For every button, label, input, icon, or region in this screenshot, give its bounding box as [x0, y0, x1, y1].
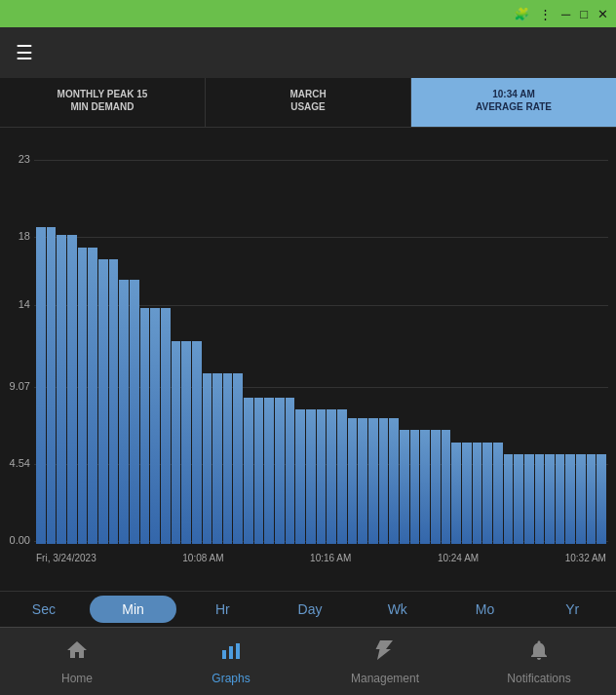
nav-label-management: Management [351, 672, 419, 685]
bar-wrapper [389, 137, 399, 544]
bar-wrapper [244, 137, 253, 544]
bar [587, 454, 597, 544]
bar-wrapper [431, 137, 441, 544]
title-bar: 🧩 ⋮ ─ □ ✕ [0, 0, 616, 27]
bar [223, 373, 233, 544]
close-icon[interactable]: ✕ [597, 7, 608, 21]
x-axis-label: 10:24 AM [438, 553, 479, 563]
bar [161, 308, 171, 544]
x-axis-label: 10:08 AM [182, 553, 223, 563]
bar [556, 454, 565, 544]
bar [431, 430, 441, 544]
bar [400, 430, 409, 544]
nav-item-management[interactable]: Management [308, 628, 462, 695]
time-tab-sec[interactable]: Sec [0, 592, 88, 627]
bar-wrapper [493, 137, 503, 544]
bar-wrapper [451, 137, 461, 544]
bar [420, 430, 430, 544]
bar-wrapper [327, 137, 336, 544]
time-tab-hr[interactable]: Hr [178, 592, 266, 627]
svg-rect-1 [229, 646, 233, 659]
stat-monthly-peak-label: MONTHLY PEAK 15MIN DEMAND [12, 88, 193, 113]
bar-wrapper [203, 137, 212, 544]
bar-wrapper [504, 137, 514, 544]
time-tab-yr[interactable]: Yr [528, 592, 616, 627]
home-icon [65, 638, 89, 668]
bar-wrapper [150, 137, 160, 544]
nav-label-notifications: Notifications [507, 672, 570, 685]
bar [576, 454, 586, 544]
bar [47, 227, 57, 544]
maximize-icon[interactable]: □ [580, 7, 588, 21]
bar-wrapper [223, 137, 233, 544]
bar [442, 430, 451, 544]
menu-icon[interactable]: ⋮ [539, 7, 552, 21]
stat-march-usage: MARCHUSAGE [206, 78, 411, 127]
bar [150, 308, 160, 544]
bar [535, 454, 545, 544]
bar [514, 454, 523, 544]
nav-item-graphs[interactable]: Graphs [154, 628, 308, 695]
bar-wrapper [524, 137, 534, 544]
bar [88, 248, 97, 544]
bar-wrapper [212, 137, 222, 544]
bar-wrapper [482, 137, 492, 544]
svg-rect-2 [236, 643, 240, 659]
grid-label: 23 [7, 153, 30, 165]
bar [233, 373, 243, 544]
bar-wrapper [576, 137, 586, 544]
bar [545, 454, 555, 544]
bar-wrapper [556, 137, 565, 544]
stats-row: MONTHLY PEAK 15MIN DEMAND MARCHUSAGE 10:… [0, 78, 616, 128]
time-tab-wk[interactable]: Wk [354, 592, 442, 627]
bar-wrapper [368, 137, 378, 544]
grid-label: 9.07 [7, 380, 30, 392]
nav-item-home[interactable]: Home [0, 628, 154, 695]
minimize-icon[interactable]: ─ [561, 7, 570, 21]
bar [172, 341, 181, 545]
bar [597, 454, 606, 544]
bar-wrapper [379, 137, 389, 544]
bar [348, 418, 358, 544]
bar [67, 235, 77, 544]
bar-wrapper [130, 137, 139, 544]
bar-wrapper [172, 137, 181, 544]
bar [36, 227, 46, 544]
time-tab-day[interactable]: Day [266, 592, 354, 627]
time-tab-mo[interactable]: Mo [442, 592, 529, 627]
nav-item-notifications[interactable]: Notifications [462, 628, 616, 695]
bar-wrapper [109, 137, 119, 544]
bar-wrapper [348, 137, 358, 544]
nav-label-home: Home [61, 672, 93, 685]
bar-wrapper [400, 137, 409, 544]
stat-monthly-peak: MONTHLY PEAK 15MIN DEMAND [0, 78, 206, 127]
bar-wrapper [462, 137, 472, 544]
bar [389, 418, 399, 544]
stat-average-rate-label: 10:34 AMAVERAGE RATE [423, 88, 604, 113]
bar-wrapper [264, 137, 274, 544]
bar [462, 443, 472, 544]
hamburger-icon[interactable]: ☰ [16, 41, 33, 64]
bar-wrapper [337, 137, 347, 544]
bar-wrapper [358, 137, 367, 544]
bar [192, 341, 202, 545]
bar-wrapper [420, 137, 430, 544]
graphs-icon [219, 638, 243, 668]
svg-rect-0 [222, 650, 226, 659]
bar-wrapper [140, 137, 150, 544]
bar-wrapper [286, 137, 295, 544]
bar [504, 454, 514, 544]
x-axis-label: 10:16 AM [310, 553, 351, 563]
bar [358, 418, 367, 544]
bottom-nav: Home Graphs Management Notifications [0, 627, 616, 695]
bar [181, 341, 191, 545]
time-tab-min[interactable]: Min [90, 596, 177, 623]
puzzle-icon[interactable]: 🧩 [514, 7, 529, 21]
bar-wrapper [317, 137, 327, 544]
bar [317, 409, 327, 544]
bar-wrapper [306, 137, 316, 544]
bar-wrapper [254, 137, 264, 544]
bar [327, 409, 336, 544]
bar [119, 280, 129, 544]
bar-wrapper [587, 137, 597, 544]
